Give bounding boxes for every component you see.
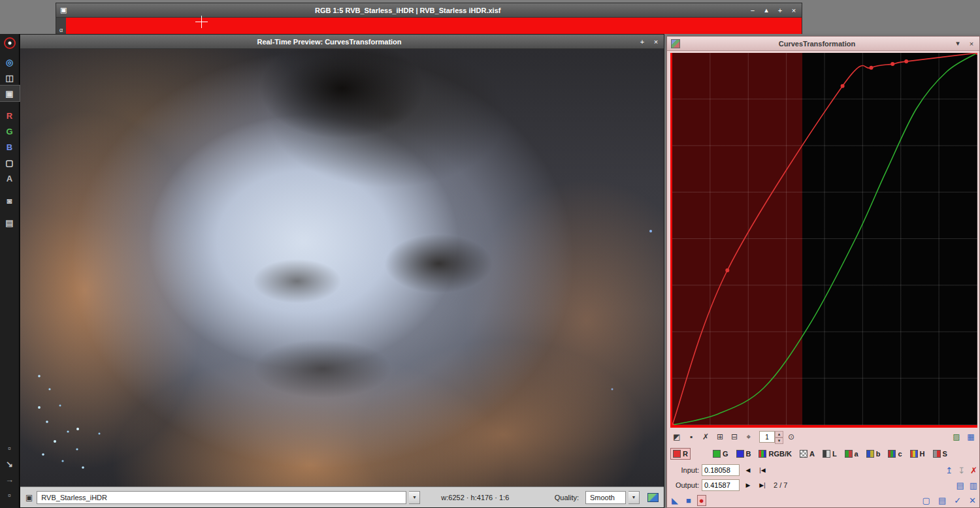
zoom-field[interactable] [759,431,775,443]
minimize-button[interactable]: − [749,7,757,14]
curves-process-icon [671,39,680,48]
zoom-mode-icon[interactable]: ▫ [0,487,20,503]
view-window-icon: ▣ [25,493,33,502]
channel-swatch [736,450,744,458]
lightness-icon[interactable]: ▢ [0,155,20,170]
image-left-sidebar: α [56,18,66,34]
pixinsight-logo-icon[interactable] [4,37,16,49]
channel-b-star-button[interactable]: b [864,448,883,460]
pin-button[interactable]: + [638,38,646,46]
delete-point-mode-icon[interactable]: ✗ [699,430,712,443]
channel-r-button[interactable]: R [670,448,691,460]
channel-g-button[interactable]: G [710,448,731,460]
new-preview-mode-icon[interactable]: ↘ [0,456,20,471]
process-explorer-icon[interactable]: ◎ [0,54,20,70]
edit-point-mode-icon[interactable]: ◩ [670,430,683,443]
file-explorer-icon[interactable]: ▤ [0,215,20,230]
zoom-in-mode-icon[interactable]: ⊞ [713,430,727,443]
iconify-button[interactable]: ▾ [954,39,962,48]
delete-current-point-icon[interactable]: ✗ [970,466,977,475]
store-curve-icon[interactable]: ▤ [956,481,964,490]
camera-icon[interactable]: ◙ [0,193,20,208]
quality-selector-value: Smooth [590,494,615,501]
channel-rgbk-button[interactable]: RGB/K [756,448,794,460]
format-explorer-icon[interactable]: ◫ [0,70,20,86]
close-button[interactable]: × [968,40,975,48]
window-controls: − ▴ + × [749,6,798,14]
preview-statusbar: ▣ RVB_Starless_iHDR ▼ w:6252 · h:4176 · … [20,486,664,507]
image-window-title: RGB 1:5 RVB_Starless_iHDR | RVB_Starless… [71,7,745,14]
shade-button[interactable]: ▴ [762,6,770,14]
pan-mode-icon[interactable]: → [0,471,20,487]
channel-swatch [866,450,874,458]
channel-swatch [888,450,896,458]
toolbar-top-icons: ◎◫▣RGB▢A◙▤ [0,54,19,230]
nebula-preview-image[interactable] [20,49,664,487]
input-field[interactable] [702,464,740,476]
new-instance-icon[interactable]: ◣ [670,496,679,505]
close-button[interactable]: × [652,38,660,46]
channel-c-button[interactable]: c [885,448,904,460]
channel-lightness-button[interactable]: L [820,448,840,460]
quality-selector-arrow-icon[interactable]: ▼ [629,491,640,504]
preview-window-controls: + × [638,38,660,46]
move-point-up-icon[interactable]: ↥ [945,466,953,475]
output-label: Output: [670,481,699,489]
curves-window-controls: ▾ × [954,39,975,48]
reset-icon[interactable]: ✕ [968,496,977,505]
channel-row: R G B RGB/K A L a b c H [670,447,977,461]
input-label: Input: [670,466,699,474]
green-channel-icon[interactable]: G [0,123,20,139]
edit-instance-icon[interactable]: ▢ [921,496,932,505]
channel-swatch [933,450,941,458]
histogram-indicator-icon[interactable] [647,493,659,502]
next-point-button[interactable]: ▶ [742,479,754,491]
select-point-mode-icon[interactable]: ▪ [685,430,698,443]
quality-selector[interactable]: Smooth [585,491,626,504]
image-dimensions: w:6252 · h:4176 · 1:6 [441,494,509,501]
curves-titlebar[interactable]: CurvesTransformation ▾ × [667,37,979,51]
show-grid-icon[interactable]: ▦ [964,430,977,443]
channel-b-button[interactable]: B [734,448,754,460]
restore-curve-icon[interactable]: ▥ [970,481,977,490]
channel-a-button[interactable]: a [842,448,861,460]
pan-plot-mode-icon[interactable]: ⌖ [742,430,755,443]
first-point-button[interactable]: |◀ [757,464,768,476]
last-point-button[interactable]: ▶| [757,479,768,491]
curve-editor[interactable] [670,53,977,428]
realtime-preview-icon[interactable]: ● [698,496,706,505]
pin-button[interactable]: + [776,7,784,14]
zoom-11-icon[interactable]: ⊙ [785,430,798,443]
curve-toolbar: ◩▪✗⊞⊟⌖ ▲ ▼ ⊙ ▨▦ [670,430,977,444]
channel-hue-button[interactable]: H [907,448,928,460]
move-point-down-icon[interactable]: ↧ [958,466,965,475]
previous-point-button[interactable]: ◀ [742,464,754,476]
zoom-down-button[interactable]: ▼ [775,437,783,444]
alpha-channel-tab[interactable]: α [59,27,63,33]
output-row: Output: ▶ ▶| 2 / 7 ▤▥ [670,479,977,492]
select-mode-icon[interactable]: ▫ [0,440,20,456]
view-selector[interactable]: RVB_Starless_iHDR [37,491,406,504]
track-view-icon[interactable]: ✓ [953,496,962,505]
channel-alpha-button[interactable]: A [797,448,817,460]
stars [20,49,22,50]
red-channel-icon[interactable]: R [0,108,20,123]
red-image-content[interactable] [66,18,802,34]
curves-transformation-window: CurvesTransformation ▾ × ◩▪✗⊞⊟⌖ ▲ ▼ ⊙ ▨▦… [666,36,980,508]
workspace-icon[interactable]: ▣ [0,86,20,101]
channel-saturation-button[interactable]: S [930,448,950,460]
image-window-titlebar[interactable]: ▣ RGB 1:5 RVB_Starless_iHDR | RVB_Starle… [56,3,802,18]
show-all-curves-icon[interactable]: ▨ [950,430,963,443]
zoom-out-mode-icon[interactable]: ⊟ [728,430,741,443]
preview-title: Real-Time Preview: CurvesTransformation [24,38,634,46]
zoom-up-button[interactable]: ▲ [775,431,783,437]
blue-channel-icon[interactable]: B [0,139,20,155]
output-field[interactable] [702,479,740,491]
view-selector-arrow-icon[interactable]: ▼ [409,491,420,504]
close-button[interactable]: × [790,7,798,14]
preview-titlebar[interactable]: Real-Time Preview: CurvesTransformation … [20,35,664,49]
alpha-channel-icon[interactable]: A [0,170,20,186]
channel-swatch [910,450,918,458]
browse-documentation-icon[interactable]: ▤ [937,496,947,505]
apply-icon[interactable]: ■ [685,496,693,505]
